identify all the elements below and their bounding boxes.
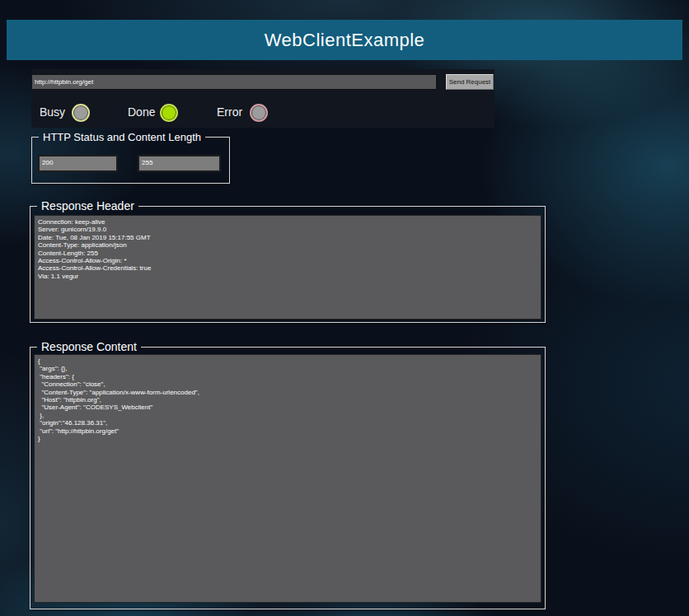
done-lamp-indicator — [160, 104, 178, 122]
send-request-button[interactable]: Send Request — [446, 74, 494, 90]
page-title: WebClientExample — [265, 30, 425, 51]
busy-label: Busy — [40, 105, 65, 119]
error-label: Error — [217, 105, 242, 119]
response-header-text: Connection: keep-alive Server: gunicorn/… — [35, 216, 541, 282]
webclient-visualization: WebClientExample Send Request Busy Done … — [0, 0, 689, 616]
header-bar: WebClientExample — [7, 20, 682, 60]
response-content-text: { "args": {}, "headers": { "Connection":… — [35, 355, 541, 445]
http-status-field: 200 — [38, 155, 118, 172]
response-header-groupbox-legend: Response Header — [37, 199, 138, 212]
response-header-textarea[interactable]: Connection: keep-alive Server: gunicorn/… — [34, 215, 541, 320]
http-status-groupbox-legend: HTTP Status and Content Length — [39, 131, 205, 143]
content-length-field: 255 — [138, 155, 221, 172]
url-input[interactable] — [31, 74, 437, 90]
response-content-groupbox-legend: Response Content — [37, 340, 141, 353]
error-lamp-indicator — [250, 104, 268, 122]
response-content-textarea[interactable]: { "args": {}, "headers": { "Connection":… — [34, 354, 541, 603]
done-label: Done — [128, 105, 155, 119]
busy-lamp-indicator — [72, 104, 90, 122]
